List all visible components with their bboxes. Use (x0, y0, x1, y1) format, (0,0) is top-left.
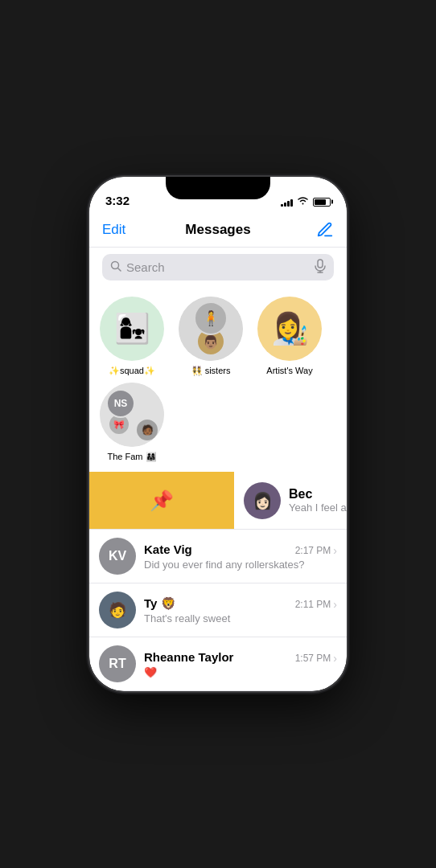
page-title: Messages (179, 222, 257, 238)
rheanne-content: Rheanne Taylor 1:57 PM › ❤️ (144, 650, 337, 678)
rheanne-preview: ❤️ (144, 666, 337, 678)
group-avatar-artists-way: 👩‍🎨 (257, 297, 322, 361)
ty-preview: That's really sweet (144, 612, 337, 624)
kate-preview: Did you ever find any rollerskates? (144, 559, 337, 571)
bec-avatar: 👩🏻 (244, 482, 281, 519)
kate-name: Kate Vig (144, 542, 192, 556)
group-avatar-squad: 👩‍👧 (100, 297, 164, 361)
kate-chevron: › (333, 544, 337, 557)
pinned-message-row[interactable]: 📌 👩🏻 Bec Yeah I feel and now it's (89, 472, 347, 530)
group-item-artists-way[interactable]: 👩‍🎨 Artist's Way (253, 297, 326, 376)
groups-row-2: NS 🎀 🧑🏾 The Fam 👨‍👩‍👧 (89, 376, 347, 465)
edit-button[interactable]: Edit (102, 222, 179, 238)
group-item-sisters[interactable]: 🧍 👨🏽 👯 sisters (175, 297, 247, 376)
signal-icon (281, 198, 293, 207)
svg-line-1 (118, 268, 121, 272)
ty-avatar: 🧑 (99, 592, 136, 628)
status-bar: 3:32 (89, 177, 347, 212)
battery-icon (313, 198, 331, 207)
compose-icon[interactable] (316, 221, 334, 239)
search-placeholder: Search (126, 260, 310, 274)
rheanne-header: Rheanne Taylor 1:57 PM › (144, 650, 337, 665)
svg-rect-2 (318, 260, 323, 268)
rheanne-name: Rheanne Taylor (144, 650, 233, 664)
message-row-rheanne[interactable]: RT Rheanne Taylor 1:57 PM › ❤️ (89, 637, 347, 691)
group-label-artists-way: Artist's Way (266, 366, 312, 376)
pin-indicator: 📌 (89, 472, 234, 529)
ty-header: Ty 🦁 2:11 PM › (144, 596, 337, 611)
kate-time: 2:17 PM › (295, 544, 337, 557)
search-bar: Search (89, 248, 347, 287)
ty-chevron: › (333, 598, 337, 611)
nav-bar: Edit Messages (89, 212, 347, 248)
notch (166, 177, 270, 199)
bec-preview: Yeah I feel and now it's (289, 502, 347, 514)
kate-avatar: KV (99, 538, 136, 575)
rheanne-avatar: RT (99, 645, 136, 682)
message-row-kate[interactable]: KV Kate Vig 2:17 PM › Did you ever find … (89, 530, 347, 583)
group-item-squad[interactable]: 👩‍👧 ✨squad✨ (96, 297, 168, 376)
group-label-sisters: 👯 sisters (191, 366, 231, 376)
pinned-groups: 👩‍👧 ✨squad✨ 🧍 👨🏽 👯 sisters (89, 287, 347, 472)
status-icons (281, 196, 331, 207)
mic-icon[interactable] (315, 259, 326, 276)
group-avatar-fam: NS 🎀 🧑🏾 (100, 383, 164, 447)
ty-name: Ty 🦁 (144, 596, 176, 611)
rheanne-time: 1:57 PM › (295, 652, 337, 665)
bec-info: Bec Yeah I feel and now it's (289, 487, 347, 514)
wifi-icon (297, 196, 309, 207)
kate-header: Kate Vig 2:17 PM › (144, 542, 337, 557)
compose-button-wrap[interactable] (257, 221, 334, 239)
phone-screen: 3:32 (89, 177, 347, 691)
group-avatar-sisters: 🧍 👨🏽 (179, 297, 243, 361)
pin-icon: 📌 (150, 489, 174, 512)
groups-row-1: 👩‍👧 ✨squad✨ 🧍 👨🏽 👯 sisters (89, 297, 347, 376)
group-label-fam: The Fam 👨‍👩‍👧 (107, 452, 156, 462)
bec-name: Bec (289, 487, 347, 502)
search-icon (110, 260, 121, 274)
phone-frame: 3:32 (89, 177, 347, 691)
fam-initials: NS (106, 389, 135, 418)
kate-content: Kate Vig 2:17 PM › Did you ever find any… (144, 542, 337, 571)
message-list: KV Kate Vig 2:17 PM › Did you ever find … (89, 530, 347, 691)
search-input[interactable]: Search (102, 254, 334, 280)
group-label-squad: ✨squad✨ (109, 366, 155, 376)
group-item-fam[interactable]: NS 🎀 🧑🏾 The Fam 👨‍👩‍👧 (96, 383, 168, 462)
ty-content: Ty 🦁 2:11 PM › That's really sweet (144, 596, 337, 624)
pinned-contact[interactable]: 👩🏻 Bec Yeah I feel and now it's (234, 472, 347, 529)
rheanne-chevron: › (333, 652, 337, 665)
ty-time: 2:11 PM › (295, 598, 337, 611)
message-row-ty[interactable]: 🧑 Ty 🦁 2:11 PM › That's really sweet (89, 583, 347, 637)
